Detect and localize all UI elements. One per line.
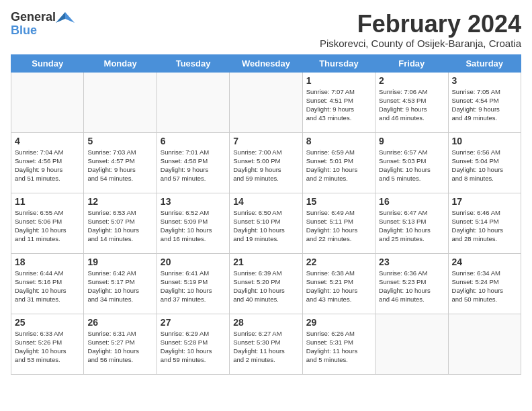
cal-cell: 21Sunrise: 6:39 AM Sunset: 5:20 PM Dayli… — [230, 253, 302, 314]
cell-info: Sunrise: 7:07 AM Sunset: 4:51 PM Dayligh… — [306, 87, 371, 123]
cell-info: Sunrise: 6:27 AM Sunset: 5:30 PM Dayligh… — [233, 329, 298, 365]
day-number: 14 — [233, 196, 298, 207]
cell-info: Sunrise: 6:52 AM Sunset: 5:09 PM Dayligh… — [161, 208, 226, 244]
day-header-wednesday: Wednesday — [230, 54, 302, 72]
cell-info: Sunrise: 6:46 AM Sunset: 5:14 PM Dayligh… — [452, 208, 517, 244]
cal-cell: 7Sunrise: 7:00 AM Sunset: 5:00 PM Daylig… — [230, 132, 302, 193]
day-number: 12 — [87, 196, 152, 207]
day-number: 24 — [452, 257, 517, 267]
calendar-table: SundayMondayTuesdayWednesdayThursdayFrid… — [11, 54, 521, 375]
cell-info: Sunrise: 6:26 AM Sunset: 5:31 PM Dayligh… — [306, 329, 371, 365]
logo-blue-text: Blue — [11, 24, 37, 37]
day-header-monday: Monday — [84, 54, 157, 72]
cell-info: Sunrise: 6:33 AM Sunset: 5:26 PM Dayligh… — [15, 329, 80, 365]
day-number: 10 — [452, 136, 517, 146]
cell-info: Sunrise: 6:47 AM Sunset: 5:13 PM Dayligh… — [379, 208, 444, 244]
page-header: General Blue February 2024 Piskorevci, C… — [11, 11, 521, 49]
day-header-sunday: Sunday — [11, 54, 84, 72]
cell-info: Sunrise: 6:34 AM Sunset: 5:24 PM Dayligh… — [452, 269, 517, 304]
day-number: 18 — [15, 257, 80, 267]
day-number: 25 — [15, 317, 80, 328]
cal-cell: 10Sunrise: 6:56 AM Sunset: 5:04 PM Dayli… — [448, 132, 521, 193]
cell-info: Sunrise: 6:31 AM Sunset: 5:27 PM Dayligh… — [87, 329, 152, 365]
day-number: 4 — [15, 136, 80, 146]
day-number: 19 — [87, 257, 152, 267]
svg-marker-1 — [56, 12, 65, 23]
cal-cell: 4Sunrise: 7:04 AM Sunset: 4:56 PM Daylig… — [11, 132, 84, 193]
logo: General Blue — [11, 11, 75, 38]
day-number: 15 — [306, 196, 371, 207]
day-header-tuesday: Tuesday — [157, 54, 229, 72]
location-subtitle: Piskorevci, County of Osijek-Baranja, Cr… — [320, 38, 521, 49]
day-number: 28 — [233, 317, 298, 328]
cal-cell: 25Sunrise: 6:33 AM Sunset: 5:26 PM Dayli… — [11, 314, 84, 374]
day-number: 20 — [161, 257, 226, 267]
cal-cell: 17Sunrise: 6:46 AM Sunset: 5:14 PM Dayli… — [448, 193, 521, 253]
title-area: February 2024 Piskorevci, County of Osij… — [320, 11, 521, 49]
logo-icon — [56, 11, 75, 24]
cell-info: Sunrise: 6:49 AM Sunset: 5:11 PM Dayligh… — [306, 208, 371, 244]
cal-cell: 13Sunrise: 6:52 AM Sunset: 5:09 PM Dayli… — [157, 193, 229, 253]
cell-info: Sunrise: 6:42 AM Sunset: 5:17 PM Dayligh… — [87, 269, 152, 304]
cal-cell: 2Sunrise: 7:06 AM Sunset: 4:53 PM Daylig… — [375, 72, 448, 132]
cell-info: Sunrise: 6:50 AM Sunset: 5:10 PM Dayligh… — [233, 208, 298, 244]
cal-cell: 11Sunrise: 6:55 AM Sunset: 5:06 PM Dayli… — [11, 193, 84, 253]
header-row: SundayMondayTuesdayWednesdayThursdayFrid… — [11, 54, 521, 72]
cell-info: Sunrise: 7:00 AM Sunset: 5:00 PM Dayligh… — [233, 148, 298, 183]
day-number: 13 — [161, 196, 226, 207]
cal-cell: 5Sunrise: 7:03 AM Sunset: 4:57 PM Daylig… — [84, 132, 157, 193]
cal-cell — [157, 72, 229, 132]
cell-info: Sunrise: 6:59 AM Sunset: 5:01 PM Dayligh… — [306, 148, 371, 183]
day-number: 3 — [452, 75, 517, 86]
cal-cell: 20Sunrise: 6:41 AM Sunset: 5:19 PM Dayli… — [157, 253, 229, 314]
day-number: 8 — [306, 136, 371, 146]
week-row-2: 4Sunrise: 7:04 AM Sunset: 4:56 PM Daylig… — [11, 132, 521, 193]
cell-info: Sunrise: 6:29 AM Sunset: 5:28 PM Dayligh… — [161, 329, 226, 365]
day-number: 9 — [379, 136, 444, 146]
cell-info: Sunrise: 6:55 AM Sunset: 5:06 PM Dayligh… — [15, 208, 80, 244]
day-number: 21 — [233, 257, 298, 267]
cal-cell — [448, 314, 521, 374]
cell-info: Sunrise: 7:03 AM Sunset: 4:57 PM Dayligh… — [87, 148, 152, 183]
logo-general-text: General — [11, 11, 56, 24]
day-number: 11 — [15, 196, 80, 207]
cell-info: Sunrise: 7:01 AM Sunset: 4:58 PM Dayligh… — [161, 148, 226, 183]
cal-cell: 3Sunrise: 7:05 AM Sunset: 4:54 PM Daylig… — [448, 72, 521, 132]
cell-info: Sunrise: 6:39 AM Sunset: 5:20 PM Dayligh… — [233, 269, 298, 304]
day-number: 5 — [87, 136, 152, 146]
cal-cell: 9Sunrise: 6:57 AM Sunset: 5:03 PM Daylig… — [375, 132, 448, 193]
cal-cell: 26Sunrise: 6:31 AM Sunset: 5:27 PM Dayli… — [84, 314, 157, 374]
week-row-3: 11Sunrise: 6:55 AM Sunset: 5:06 PM Dayli… — [11, 193, 521, 253]
svg-marker-0 — [65, 12, 75, 23]
cal-cell — [375, 314, 448, 374]
cell-info: Sunrise: 6:38 AM Sunset: 5:21 PM Dayligh… — [306, 269, 371, 304]
cell-info: Sunrise: 6:44 AM Sunset: 5:16 PM Dayligh… — [15, 269, 80, 304]
cell-info: Sunrise: 6:41 AM Sunset: 5:19 PM Dayligh… — [161, 269, 226, 304]
cell-info: Sunrise: 7:05 AM Sunset: 4:54 PM Dayligh… — [452, 87, 517, 123]
cell-info: Sunrise: 7:04 AM Sunset: 4:56 PM Dayligh… — [15, 148, 80, 183]
week-row-5: 25Sunrise: 6:33 AM Sunset: 5:26 PM Dayli… — [11, 314, 521, 374]
day-number: 17 — [452, 196, 517, 207]
cal-cell: 22Sunrise: 6:38 AM Sunset: 5:21 PM Dayli… — [302, 253, 375, 314]
cal-cell: 14Sunrise: 6:50 AM Sunset: 5:10 PM Dayli… — [230, 193, 302, 253]
cal-cell: 23Sunrise: 6:36 AM Sunset: 5:23 PM Dayli… — [375, 253, 448, 314]
cal-cell: 6Sunrise: 7:01 AM Sunset: 4:58 PM Daylig… — [157, 132, 229, 193]
cal-cell: 19Sunrise: 6:42 AM Sunset: 5:17 PM Dayli… — [84, 253, 157, 314]
cal-cell — [84, 72, 157, 132]
cal-cell: 8Sunrise: 6:59 AM Sunset: 5:01 PM Daylig… — [302, 132, 375, 193]
day-number: 7 — [233, 136, 298, 146]
week-row-1: 1Sunrise: 7:07 AM Sunset: 4:51 PM Daylig… — [11, 72, 521, 132]
cal-cell — [230, 72, 302, 132]
cal-cell — [11, 72, 84, 132]
day-number: 26 — [87, 317, 152, 328]
day-number: 1 — [306, 75, 371, 86]
week-row-4: 18Sunrise: 6:44 AM Sunset: 5:16 PM Dayli… — [11, 253, 521, 314]
cell-info: Sunrise: 6:56 AM Sunset: 5:04 PM Dayligh… — [452, 148, 517, 183]
day-number: 6 — [161, 136, 226, 146]
day-number: 27 — [161, 317, 226, 328]
day-header-thursday: Thursday — [302, 54, 375, 72]
day-number: 29 — [306, 317, 371, 328]
cal-cell: 24Sunrise: 6:34 AM Sunset: 5:24 PM Dayli… — [448, 253, 521, 314]
cell-info: Sunrise: 7:06 AM Sunset: 4:53 PM Dayligh… — [379, 87, 444, 123]
month-title: February 2024 — [320, 11, 521, 38]
